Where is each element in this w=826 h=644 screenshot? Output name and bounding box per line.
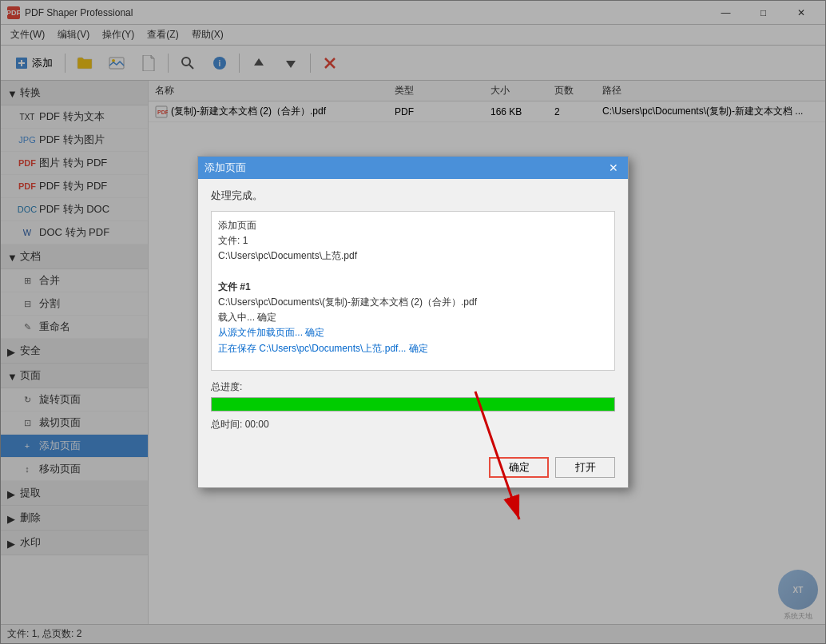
dialog-addpage: 添加页面 ✕ 处理完成。 添加页面 文件: 1 C:\Users\pc\Docu… bbox=[197, 156, 629, 488]
log-line-8: 从源文件加载页面... 确定 bbox=[218, 325, 608, 340]
dialog-close-button[interactable]: ✕ bbox=[606, 160, 621, 176]
dialog-status: 处理完成。 bbox=[211, 189, 615, 203]
log-line-6: C:\Users\pc\Documents\(复制)-新建文本文档 (2)（合并… bbox=[218, 295, 608, 310]
progress-bar-container bbox=[211, 397, 615, 411]
log-line-2: 文件: 1 bbox=[218, 233, 608, 248]
log-line-5: 文件 #1 bbox=[218, 280, 608, 295]
log-line-1: 添加页面 bbox=[218, 218, 608, 233]
dialog-body: 处理完成。 添加页面 文件: 1 C:\Users\pc\Documents\上… bbox=[198, 179, 628, 451]
log-line-3: C:\Users\pc\Documents\上范.pdf bbox=[218, 248, 608, 264]
dialog-log-area[interactable]: 添加页面 文件: 1 C:\Users\pc\Documents\上范.pdf … bbox=[211, 211, 615, 371]
progress-label: 总进度: bbox=[211, 380, 615, 394]
log-line-7: 载入中... 确定 bbox=[218, 310, 608, 325]
time-text: 总时间: 00:00 bbox=[211, 418, 615, 431]
modal-overlay: 添加页面 ✕ 处理完成。 添加页面 文件: 1 C:\Users\pc\Docu… bbox=[0, 0, 826, 644]
dialog-title: 添加页面 bbox=[205, 161, 246, 175]
confirm-button[interactable]: 确定 bbox=[489, 457, 549, 478]
dialog-footer: 确定 打开 bbox=[198, 451, 628, 487]
open-button[interactable]: 打开 bbox=[555, 457, 615, 478]
log-line-10 bbox=[218, 356, 608, 371]
dialog-title-bar: 添加页面 ✕ bbox=[198, 157, 628, 179]
log-line-4 bbox=[218, 264, 608, 280]
log-line-9: 正在保存 C:\Users\pc\Documents\上范.pdf... 确定 bbox=[218, 341, 608, 356]
progress-bar-fill bbox=[212, 398, 614, 411]
